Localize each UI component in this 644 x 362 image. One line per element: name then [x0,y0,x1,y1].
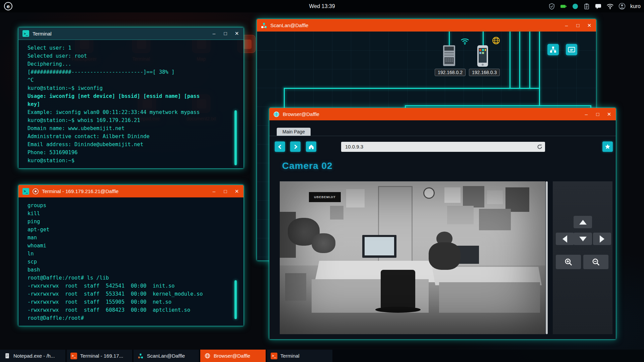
bookmark-button[interactable] [602,141,613,152]
terminal-line: man [28,234,234,242]
device-ip-label[interactable]: 192.168.0.3 [469,69,500,76]
terminal-line: scp [28,258,234,266]
wifi-icon [461,38,469,46]
desktop-root: FileExplorer Terminal Map notepad.exe [0,0,644,362]
device-desktop[interactable] [442,45,457,69]
camera-scrollbar[interactable] [546,181,548,334]
scanlan-icon [137,353,144,359]
network-trace [449,32,450,46]
camera-feed: UBEBEMIJIT [280,181,545,334]
taskbar-item[interactable]: Notepad.exe - /h... [0,350,65,362]
terminal-line: kill [28,209,234,218]
zoom-out-icon [592,258,600,266]
browser-titlebar[interactable]: Browser@Daffle – □ ✕ [269,108,616,120]
device-phone[interactable] [476,45,489,69]
right-arrow-icon [600,235,604,243]
internet-globe-icon [492,36,500,46]
network-trace [539,32,540,106]
close-button[interactable]: ✕ [234,188,239,194]
up-arrow-icon [579,220,587,225]
terminal-output[interactable]: groupskillpingapt-getmanwhoamilnscpbashr… [18,197,244,326]
ip-tool-button[interactable]: IP [566,44,577,55]
pan-right-button[interactable] [593,233,611,245]
close-button[interactable]: ✕ [587,22,592,28]
terminal-line: key] [28,100,234,108]
topology-tool-button[interactable] [547,44,559,55]
pan-up-button[interactable] [574,216,592,228]
taskbar-item[interactable]: Terminal [267,350,332,362]
user-avatar-icon[interactable] [619,3,626,10]
terminal-line: Domain name: www.ubebemijit.net [28,124,234,132]
system-tray: kuro [548,0,641,12]
zoom-in-icon [564,258,573,266]
camera-title: Camera 02 [282,161,333,171]
terminal-line: -rwxrwxrwx root staff 608423 00:00 aptcl… [28,306,234,314]
tab-strip: Main Page [269,120,616,136]
maximize-button[interactable]: □ [595,111,600,117]
minimize-button[interactable]: – [211,31,217,37]
minimize-button[interactable]: – [211,188,217,194]
scene-vignette [280,181,545,334]
minimize-button[interactable]: – [564,22,569,28]
terminal-icon [271,353,277,359]
topbar: Wed 13:39 kuro [0,0,644,12]
terminal-icon [70,353,77,359]
terminal-line: kuro@station:~$ [28,157,234,165]
taskbar-item-label: Notepad.exe - /h... [13,353,55,359]
terminal-line: kuro@station:~$ whois 169.179.216.21 [28,116,234,124]
taskbar-item-label: Browser@Daffle [214,353,250,359]
terminal-line: Usage: iwconfig [net device] [bssid] [es… [28,92,234,100]
username: kuro [630,3,641,9]
taskbar-item[interactable]: Terminal - 169.17... [67,350,132,362]
terminal-line: bash [28,266,234,274]
terminal-titlebar[interactable]: Terminal - 169.179.216.21@Daffle – □ ✕ [18,185,244,197]
terminal-line: apt-get [28,226,234,234]
notepad-icon [4,353,10,359]
network-status-icon[interactable] [572,3,579,10]
camera-controls [553,181,612,334]
scanlan-titlebar[interactable]: ScanLan@Daffle – □ ✕ [257,19,596,32]
terminal-line: groups [28,201,234,209]
terminal-output[interactable]: Select user: 1Selected user: rootDeciphe… [18,40,244,168]
home-button[interactable] [306,141,316,152]
back-button[interactable] [275,141,285,152]
scrollbar[interactable] [234,280,237,319]
scrollbar[interactable] [234,110,237,165]
maximize-button[interactable]: □ [223,188,228,194]
wifi-icon[interactable] [606,3,614,10]
forward-button[interactable] [290,141,301,152]
terminal-line: ln [28,250,234,258]
network-trace [483,32,484,46]
taskbar-item[interactable]: Browser@Daffle [200,350,266,362]
refresh-icon[interactable] [536,143,543,152]
pan-left-button[interactable] [556,233,574,245]
taskbar-item-label: ScanLan@Daffle [147,353,185,359]
taskbar-item-label: Terminal - 169.17... [80,353,123,359]
tab-main-page[interactable]: Main Page [277,128,311,136]
zoom-in-button[interactable] [556,255,581,269]
network-trace [405,105,590,106]
url-text: 10.0.9.3 [345,142,363,152]
terminal-line: -rwxrwxrwx root staff 542541 00:00 init.… [28,282,234,290]
network-trace [529,32,530,89]
terminal-line: Phone: 531690196 [28,148,234,157]
taskbar-item-label: Terminal [280,353,300,359]
battery-icon[interactable] [560,3,567,10]
pan-down-button[interactable] [574,233,592,245]
os-logo-icon[interactable] [4,2,12,10]
chat-icon[interactable] [595,3,602,10]
minimize-button[interactable]: – [584,111,589,117]
device-ip-label[interactable]: 192.168.0.2 [435,69,466,76]
clipboard-icon[interactable] [583,3,590,10]
zoom-out-button[interactable] [583,255,608,269]
terminal-line: Email address: Dininde@ubebemijit.net [28,140,234,148]
maximize-button[interactable]: □ [575,22,581,28]
shield-icon[interactable] [548,3,555,10]
close-button[interactable]: ✕ [234,31,239,37]
taskbar-item[interactable]: ScanLan@Daffle [133,350,199,362]
close-button[interactable]: ✕ [606,111,612,117]
terminal-titlebar[interactable]: Terminal – □ ✕ [18,27,244,40]
maximize-button[interactable]: □ [223,31,228,37]
address-bar[interactable]: 10.0.9.3 [341,142,545,152]
terminal-icon [22,188,29,195]
